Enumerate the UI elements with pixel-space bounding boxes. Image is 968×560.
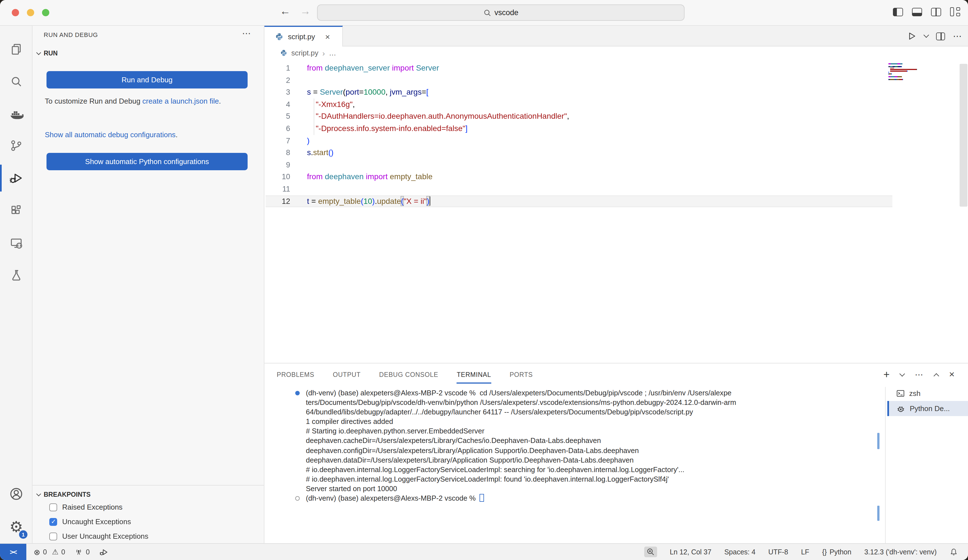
sidebar-item-explorer[interactable] (0, 33, 33, 65)
code-line-1[interactable]: 1from deephaven_server import Server (264, 62, 968, 74)
remote-indicator[interactable]: >< (0, 544, 27, 560)
checkbox-unchecked[interactable] (49, 503, 57, 511)
magnifier-plus-icon (646, 548, 655, 556)
line-number: 4 (264, 99, 290, 111)
terminal-line: deephaven.configDir=/Users/alexpeters/Li… (264, 446, 880, 455)
terminal-line: # io.deephaven.internal.log.LoggerFactor… (264, 465, 880, 474)
breakpoints-header[interactable]: BREAKPOINTS (37, 491, 91, 498)
code-line-6[interactable]: 6 "-Dprocess.info.system-info.enabled=fa… (264, 123, 968, 135)
editor-more-actions-icon[interactable]: ⋯ (953, 31, 962, 41)
explorer-icon (10, 43, 23, 56)
python-interpreter[interactable]: 3.12.3 ('dh-venv': venv) (864, 548, 937, 556)
new-terminal-icon[interactable]: + (883, 368, 890, 381)
terminal-list-item-python-debug[interactable]: Python De... (887, 401, 968, 416)
terminal-scrollbar-mark[interactable] (877, 433, 880, 449)
toggle-panel-icon[interactable] (912, 8, 922, 16)
code-line-12[interactable]: 12t = empty_table(10).update("X = ii") (264, 195, 968, 207)
maximize-panel-icon[interactable] (933, 373, 939, 379)
code-line-7[interactable]: 7) (264, 135, 968, 147)
customize-layout-icon[interactable] (950, 7, 960, 16)
sidebar-item-settings[interactable]: ⚙ 1 (0, 511, 33, 542)
sidebar-item-account[interactable] (0, 478, 33, 510)
notifications-bell-icon[interactable] (950, 548, 958, 556)
minimap[interactable] (888, 63, 935, 81)
sidebar-item-run-and-debug[interactable] (0, 162, 33, 194)
editor-scrollbar[interactable] (960, 64, 968, 207)
cursor-position[interactable]: Ln 12, Col 37 (670, 548, 711, 556)
activity-bar: ⚙ 1 (0, 26, 33, 543)
run-dropdown-chevron-icon[interactable] (923, 32, 929, 38)
command-center-search[interactable]: vscode (317, 5, 685, 21)
close-panel-icon[interactable]: × (949, 369, 955, 380)
run-and-debug-button[interactable]: Run and Debug (46, 71, 248, 88)
checkbox-unchecked[interactable] (49, 532, 57, 540)
panel-more-actions-icon[interactable]: ⋯ (915, 369, 924, 380)
zoom-window-button[interactable] (42, 9, 49, 16)
breakpoint-user-uncaught-exceptions[interactable]: User Uncaught Exceptions (49, 532, 148, 540)
forward-button[interactable]: → (298, 5, 313, 17)
tab-debug-console[interactable]: DEBUG CONSOLE (379, 369, 438, 380)
eol[interactable]: LF (801, 548, 809, 556)
terminal-icon (896, 389, 905, 398)
create-launch-json-link[interactable]: create a launch.json file (142, 97, 219, 105)
tab-terminal[interactable]: TERMINAL (457, 369, 491, 380)
show-all-debug-configs-link[interactable]: Show all automatic debug configurations (45, 131, 176, 139)
toggle-sidebar-icon[interactable] (893, 8, 903, 16)
status-bar: >< ⊗ 0 ⚠ 0 0 Ln 12, Col 37 Spaces: 4 UTF… (0, 543, 968, 560)
sidebar-more-actions-icon[interactable]: ⋯ (242, 28, 252, 39)
terminal-output[interactable]: (dh-venv) (base) alexpeters@Alexs-MBP-2 … (264, 388, 880, 503)
command-success-decoration-icon[interactable] (295, 391, 300, 395)
run-python-file-icon[interactable] (907, 31, 917, 41)
python-file-icon (280, 49, 287, 56)
language-mode[interactable]: {} Python (822, 548, 852, 556)
sidebar-item-testing[interactable] (0, 260, 33, 291)
minimap-line (888, 72, 935, 73)
close-window-button[interactable] (12, 9, 19, 16)
code-editor[interactable]: 1from deephaven_server import Server23s … (264, 60, 968, 363)
encoding[interactable]: UTF-8 (768, 548, 788, 556)
breakpoint-raised-exceptions[interactable]: Raised Exceptions (49, 503, 123, 511)
line-number: 9 (264, 159, 290, 171)
launch-profile-chevron-icon[interactable] (899, 371, 905, 376)
back-button[interactable]: ← (278, 5, 292, 17)
code-line-3[interactable]: 3s = Server(port=10000, jvm_args=[ (264, 86, 968, 98)
close-tab-icon[interactable]: × (325, 32, 330, 41)
split-editor-icon[interactable] (936, 32, 945, 40)
sidebar-item-source-control[interactable] (0, 130, 33, 161)
sidebar-item-extensions[interactable] (0, 195, 33, 226)
code-line-8[interactable]: 8s.start() (264, 147, 968, 159)
breadcrumb[interactable]: script.py › … (264, 46, 968, 60)
minimize-window-button[interactable] (27, 9, 34, 16)
sidebar-item-search[interactable] (0, 66, 33, 98)
zoom-status-icon[interactable] (644, 547, 657, 557)
breakpoint-uncaught-exceptions[interactable]: Uncaught Exceptions (49, 517, 131, 526)
code-line-11[interactable]: 11 (264, 183, 968, 195)
code-line-5[interactable]: 5 "-DAuthHandlers=io.deephaven.auth.Anon… (264, 111, 968, 123)
command-pending-decoration-icon[interactable] (295, 496, 300, 500)
tab-script-py[interactable]: script.py × (264, 26, 343, 46)
debug-status[interactable] (99, 547, 108, 557)
sidebar-item-remote-explorer[interactable] (0, 227, 33, 259)
show-python-configs-button[interactable]: Show automatic Python configurations (46, 153, 248, 170)
tab-output[interactable]: OUTPUT (333, 369, 360, 380)
indentation[interactable]: Spaces: 4 (724, 548, 756, 556)
breadcrumb-file[interactable]: script.py (291, 49, 318, 57)
ports-status[interactable]: 0 (75, 548, 90, 556)
tab-ports[interactable]: PORTS (509, 369, 533, 380)
code-line-4[interactable]: 4 "-Xmx16g", (264, 99, 968, 111)
code-line-9[interactable]: 9 (264, 159, 968, 171)
problems-status[interactable]: ⊗ 0 ⚠ 0 (34, 547, 65, 557)
run-section-header[interactable]: RUN (37, 50, 58, 56)
code-line-10[interactable]: 10from deephaven import empty_table (264, 171, 968, 183)
code-line-2[interactable]: 2 (264, 74, 968, 86)
checkbox-checked[interactable] (49, 518, 57, 525)
sidebar-item-docker[interactable] (0, 99, 33, 130)
split-editor-layout-icon[interactable] (931, 8, 941, 16)
breadcrumb-separator: › (322, 48, 325, 57)
terminal-list-item-zsh[interactable]: zsh (887, 386, 968, 401)
code-text: t = empty_table(10).update("X = ii") (307, 195, 430, 207)
tab-problems[interactable]: PROBLEMS (277, 369, 314, 380)
terminal-scrollbar-mark[interactable] (877, 506, 880, 521)
terminal-list-label: zsh (909, 389, 920, 398)
breadcrumb-symbol-more[interactable]: … (329, 49, 336, 57)
